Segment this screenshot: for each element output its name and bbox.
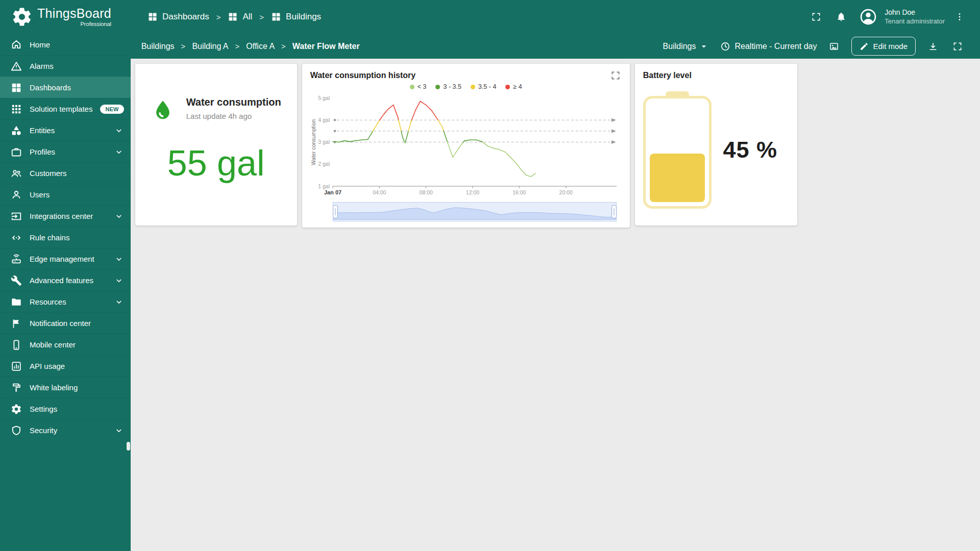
sidebar-item-integrations-center[interactable]: Integrations center [0,205,131,227]
sidebar-item-label: Rule chains [30,233,124,242]
legend-dot [505,85,510,89]
sidebar-item-resources[interactable]: Resources [0,291,131,312]
legend-dot [435,85,440,89]
svg-text:2 gal: 2 gal [318,161,330,167]
battery-level-card: Battery level 45 % [635,64,797,226]
fullscreen-toggle-button[interactable] [806,7,826,27]
breadcrumb-separator: > [181,42,186,51]
sidebar-item-customers[interactable]: Customers [0,162,131,184]
sidebar-item-notification-center[interactable]: Notification center [0,312,131,334]
sidebar-item-security[interactable]: Security [0,419,131,441]
entity-select[interactable]: Buildings [663,41,709,52]
sidebar-item-profiles[interactable]: Profiles [0,141,131,162]
notifications-button[interactable] [831,7,851,27]
sidebar-item-entities[interactable]: Entities [0,119,131,141]
legend-item--3[interactable]: < 3 [410,83,427,90]
svg-text:3 gal: 3 gal [318,139,330,145]
chevron-down-icon [114,254,124,264]
user-info[interactable]: John Doe Tenant administrator [885,8,945,26]
rule-chains-icon [11,232,22,243]
svg-text:04:00: 04:00 [373,189,386,195]
edit-mode-button[interactable]: Edit mode [851,37,916,56]
header-menu-button[interactable] [949,7,970,27]
dashboard-breadcrumb-buildings[interactable]: Buildings [141,42,175,51]
sidebar-item-advanced-features[interactable]: Advanced features [0,269,131,291]
header-breadcrumb: Dashboards>All>Buildings [148,12,321,22]
settings-icon [11,404,22,415]
battery-fill [650,154,705,202]
home-icon [11,39,22,50]
users-icon [11,189,22,201]
breadcrumb-item-all[interactable]: All [228,12,252,22]
expand-widget-button[interactable] [609,69,622,82]
timewindow-button[interactable]: Realtime - Current day [720,41,817,52]
alarms-icon [11,61,22,72]
battery-shell [643,96,712,209]
water-drop-icon [151,96,175,124]
sidebar-scrollbar[interactable] [127,442,130,450]
sidebar-item-label: Resources [30,297,106,306]
svg-text:12:00: 12:00 [466,189,479,195]
profiles-icon [11,146,22,158]
brand-edition: Professional [81,21,112,27]
sidebar-item-edge-management[interactable]: Edge management [0,248,131,269]
sidebar-item-rule-chains[interactable]: Rule chains [0,227,131,248]
breadcrumb-label: Buildings [286,12,321,22]
header-actions: John Doe Tenant administrator [806,7,980,27]
breadcrumb-label: All [242,12,252,22]
legend-item--4[interactable]: ≥ 4 [505,83,522,90]
chevron-down-icon [114,425,124,436]
breadcrumb-separator: > [281,42,286,51]
breadcrumb-separator: > [259,13,264,21]
dashboard-content: Water consumption Last update 4h ago 55 … [131,59,980,551]
sidebar-item-users[interactable]: Users [0,184,131,205]
legend-item-3-5-4[interactable]: 3.5 - 4 [471,83,496,90]
timewindow-label: Realtime - Current day [735,42,817,51]
download-icon [928,41,938,52]
sidebar-item-label: Profiles [30,147,106,156]
chevron-down-icon [114,297,124,307]
legend-dot [471,85,475,89]
breadcrumb-label: Dashboards [162,12,209,22]
battery-value: 45 % [712,137,789,163]
sidebar-item-api-usage[interactable]: API usage [0,355,131,377]
resources-icon [11,296,22,308]
toolbar-fullscreen-button[interactable] [947,36,968,57]
integrations-icon [11,211,22,222]
svg-text:1 gal: 1 gal [318,183,330,189]
sidebar-item-label: Dashboards [30,83,124,92]
user-avatar[interactable] [859,8,877,26]
brand-name: ThingsBoard [37,7,111,20]
sidebar-item-settings[interactable]: Settings [0,398,131,419]
dashboard-image-button[interactable] [824,36,844,57]
chart-time-navigator[interactable] [333,202,617,221]
customers-icon [11,168,22,179]
edit-mode-label: Edit mode [873,42,908,51]
fullscreen-icon [811,12,821,22]
dashboard-breadcrumb-office-a[interactable]: Office A [246,42,275,51]
dashboard-breadcrumb-building-a[interactable]: Building A [192,42,228,51]
mobile-icon [11,339,22,350]
breadcrumb-item-dashboards[interactable]: Dashboards [148,12,209,22]
sidebar-item-solution-templates[interactable]: Solution templatesNEW [0,98,131,119]
legend-label: 3 - 3.5 [443,83,461,90]
export-dashboard-button[interactable] [923,36,943,57]
app-header: ThingsBoard Professional Dashboards>All>… [0,0,980,34]
sidebar-item-dashboards[interactable]: Dashboards [0,77,131,98]
svg-text:08:00: 08:00 [419,189,432,195]
legend-dot [410,85,414,89]
chevron-down-icon [114,276,124,286]
sidebar-item-label: Alarms [30,62,124,70]
breadcrumb-item-buildings[interactable]: Buildings [271,12,321,22]
sidebar-item-label: Home [30,40,124,49]
svg-text:Jan 07: Jan 07 [324,189,341,195]
sidebar-item-label: Users [30,190,124,199]
dashboard-toolbar: Buildings>Building A>Office A>Water Flow… [131,34,980,59]
legend-item-3-3-5[interactable]: 3 - 3.5 [435,83,461,90]
sidebar-item-alarms[interactable]: Alarms [0,55,131,77]
sidebar-item-white-labeling[interactable]: White labeling [0,377,131,398]
sidebar-item-home[interactable]: Home [0,34,131,55]
thingsboard-logo[interactable]: ThingsBoard Professional [0,6,130,28]
sidebar-item-mobile-center[interactable]: Mobile center [0,334,131,355]
caret-down-icon [699,41,709,52]
